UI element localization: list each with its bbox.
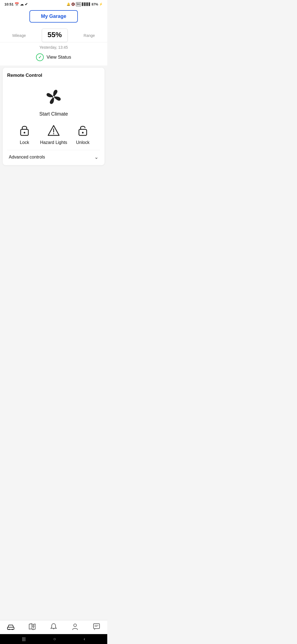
remote-control-card: Remote Control Start Climate [3, 68, 105, 165]
time-display: 10:51 [4, 2, 13, 6]
svg-point-7 [82, 132, 84, 133]
svg-point-2 [24, 132, 25, 133]
svg-point-5 [53, 133, 54, 134]
chevron-down-icon: ⌄ [94, 154, 98, 160]
controls-row: Lock Hazard Lights [7, 124, 100, 148]
range-label: Range [84, 33, 95, 38]
mileage-label: Mileage [12, 33, 26, 38]
last-updated-timestamp: Yesterday, 13:45 [0, 42, 107, 51]
battery-charging-icon: ⚡ [99, 2, 103, 6]
status-check-icon: ✓ [36, 53, 44, 61]
unlock-button[interactable]: Unlock [68, 124, 97, 145]
hazard-button[interactable]: Hazard Lights [39, 124, 68, 145]
climate-icon [43, 86, 65, 108]
lock-icon [18, 124, 31, 137]
my-garage-button[interactable]: My Garage [29, 10, 78, 23]
climate-section[interactable]: Start Climate [7, 83, 100, 124]
alarm-icon: 🔔 [67, 2, 70, 6]
battery-display: 87% [92, 2, 98, 6]
header: My Garage [0, 7, 107, 26]
view-status-row[interactable]: ✓ View Status [0, 51, 107, 66]
stats-bar: Mileage 55% Range [0, 26, 107, 42]
mute-icon: 🔇 [71, 2, 75, 6]
svg-point-0 [53, 96, 55, 98]
calendar-icon: 📅 [15, 2, 19, 6]
view-status-label: View Status [46, 54, 71, 60]
advanced-controls-row[interactable]: Advanced controls ⌄ [7, 150, 100, 161]
battery-percent-display: 55% [42, 29, 68, 42]
status-bar: 10:51 📅 ☁ ✔ 🔔 🔇 5G ▋▋▋▋ 87% ⚡ [0, 0, 107, 7]
unlock-icon [76, 124, 90, 137]
lock-button[interactable]: Lock [10, 124, 39, 145]
check-icon: ✔ [25, 2, 28, 6]
remote-control-title: Remote Control [7, 73, 100, 78]
status-time: 10:51 📅 ☁ ✔ [4, 2, 28, 6]
climate-label: Start Climate [39, 111, 68, 117]
status-right-icons: 🔔 🔇 5G ▋▋▋▋ 87% ⚡ [67, 2, 103, 6]
network-icon: 5G [76, 2, 81, 6]
hazard-label: Hazard Lights [40, 140, 67, 145]
percent-value: 55% [48, 31, 62, 39]
advanced-controls-label: Advanced controls [9, 155, 45, 160]
lock-label: Lock [20, 140, 29, 145]
weather-icon: ☁ [20, 2, 24, 6]
hazard-icon [47, 124, 61, 137]
signal-icon: ▋▋▋▋ [82, 2, 91, 6]
unlock-label: Unlock [76, 140, 90, 145]
